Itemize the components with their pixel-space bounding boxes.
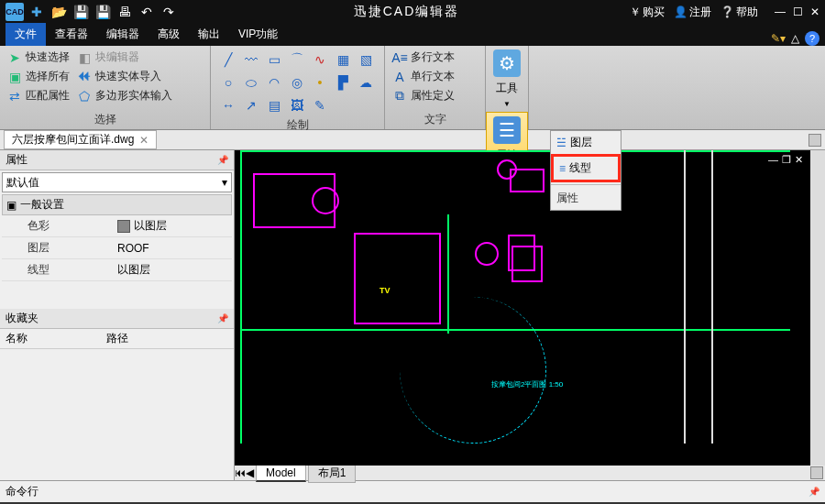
qat-undo-icon[interactable]: ↶	[138, 3, 156, 21]
commandline-label[interactable]: 命令行	[6, 484, 38, 499]
doctabs-menu[interactable]	[808, 134, 821, 147]
block-icon: ◧	[77, 50, 92, 65]
drawing-canvas[interactable]: — ❐ ✕ 按摩包间2平面图 1:50	[235, 150, 825, 466]
qat-redo-icon[interactable]: ↷	[160, 3, 178, 21]
ellipse-icon[interactable]: ⬭	[241, 72, 261, 93]
buy-link[interactable]: ￥购买	[630, 5, 665, 20]
tools-button[interactable]: ⚙ 工具▼	[486, 46, 528, 112]
tab-close-icon[interactable]: ✕	[139, 134, 148, 147]
poly-solid-input[interactable]: ⬠多边形实体输入	[77, 88, 172, 104]
coin-icon: ￥	[630, 5, 641, 20]
default-combo[interactable]: 默认值▾	[2, 172, 232, 192]
block-insert-icon[interactable]: ▛	[333, 72, 353, 93]
properties-dropdown: ☱图层 ≡线型 属性	[550, 130, 622, 211]
popup-linetype[interactable]: ≡线型	[551, 154, 621, 182]
import-solid[interactable]: ⯬快速实体导入	[77, 69, 172, 84]
mtext-icon: A≡	[392, 50, 407, 65]
attr-icon: ⧉	[392, 89, 407, 104]
ribbon-style-icon[interactable]: ✎▾	[771, 32, 786, 45]
mdi-restore-icon[interactable]: ❐	[782, 154, 791, 166]
tab-output[interactable]: 输出	[189, 23, 229, 46]
tab-file[interactable]: 文件	[6, 23, 46, 46]
tools-icon: ⚙	[493, 49, 521, 77]
point-icon[interactable]: •	[310, 72, 330, 93]
dim-icon[interactable]: ↔	[218, 95, 238, 115]
color-swatch	[117, 220, 130, 233]
text-icon: A	[392, 70, 407, 84]
tab-editor[interactable]: 编辑器	[97, 23, 148, 46]
favorites-title: 收藏夹	[6, 311, 38, 326]
hatch-icon[interactable]: ▦	[333, 49, 353, 70]
maximize-button[interactable]: ☐	[793, 5, 803, 18]
chevron-down-icon: ▾	[222, 176, 227, 189]
polygon-icon: ⬠	[77, 89, 92, 104]
multiline-text[interactable]: A≡多行文本	[392, 49, 455, 65]
match-icon: ⇄	[7, 89, 22, 104]
draw-tools-grid: ╱ 〰 ▭ ⌒ ∿ ▦ ▧ ○ ⬭ ◠ ◎ • ▛ ☁ ↔ ↗ ▤ 🖼 ✎	[218, 49, 376, 115]
sheet-layout1[interactable]: 布局1	[308, 464, 357, 483]
register-link[interactable]: 👤注册	[674, 5, 711, 20]
line-icon[interactable]: ╱	[218, 49, 238, 70]
cursor-icon: ➤	[7, 50, 22, 65]
ribbon-help-icon[interactable]: ?	[805, 31, 820, 46]
popup-layer[interactable]: ☱图层	[551, 131, 621, 154]
sheet-nav-first[interactable]: ⏮	[235, 466, 246, 479]
single-text[interactable]: A单行文本	[392, 69, 455, 84]
collapse-icon: ▣	[6, 199, 16, 212]
props-panel-title: 属性	[6, 152, 28, 168]
polyline-icon[interactable]: 〰	[241, 49, 261, 70]
sheet-model[interactable]: Model	[256, 465, 306, 482]
rect-icon[interactable]: ▭	[264, 49, 284, 70]
table-icon[interactable]: ▤	[264, 95, 284, 115]
prop-layer[interactable]: 图层ROOF	[2, 237, 232, 259]
sketch-icon[interactable]: ✎	[310, 95, 330, 115]
select-all[interactable]: ▣选择所有	[7, 69, 70, 84]
attr-def[interactable]: ⧉属性定义	[392, 88, 455, 104]
cloud-icon[interactable]: ☁	[356, 72, 376, 93]
close-button[interactable]: ✕	[810, 5, 820, 18]
prop-linetype[interactable]: 线型以图层	[2, 259, 232, 281]
group-draw-label: 绘制	[218, 115, 377, 133]
group-text-label: 文字	[392, 110, 478, 127]
ring-icon[interactable]: ◎	[287, 72, 307, 93]
qat-new-icon[interactable]: ✚	[28, 3, 46, 21]
user-icon: 👤	[674, 5, 688, 18]
pin-icon[interactable]: 📌	[808, 487, 820, 497]
popup-props[interactable]: 属性	[551, 184, 621, 210]
hscroll-menu[interactable]	[810, 466, 823, 479]
image-icon[interactable]: 🖼	[287, 95, 307, 115]
tab-advanced[interactable]: 高级	[148, 23, 189, 46]
qat-print-icon[interactable]: 🖶	[116, 3, 134, 21]
select-all-icon: ▣	[7, 70, 22, 84]
arc-icon[interactable]: ⌒	[287, 49, 307, 70]
block-editor[interactable]: ◧块编辑器	[77, 49, 172, 65]
document-tab[interactable]: 六层按摩包间立面详.dwg ✕	[4, 130, 157, 149]
qat-save-icon[interactable]: 💾	[72, 3, 90, 21]
spline-icon[interactable]: ∿	[310, 49, 330, 70]
prop-color[interactable]: 色彩以图层	[2, 215, 232, 237]
ellipse-arc-icon[interactable]: ◠	[264, 72, 284, 93]
tab-vip[interactable]: VIP功能	[229, 23, 287, 46]
qat-open-icon[interactable]: 📂	[50, 3, 68, 21]
linetype-icon: ≡	[559, 162, 566, 175]
region-icon[interactable]: ▧	[356, 49, 376, 70]
pin-icon[interactable]: 📌	[217, 313, 228, 323]
quick-select[interactable]: ➤快速选择	[7, 49, 70, 65]
sheet-nav-prev[interactable]: ◀	[246, 466, 254, 479]
help-icon: ❔	[720, 5, 734, 18]
help-link[interactable]: ❔帮助	[720, 5, 758, 20]
tab-viewer[interactable]: 查看器	[46, 23, 97, 46]
mdi-close-icon[interactable]: ✕	[795, 154, 803, 166]
leader-icon[interactable]: ↗	[241, 95, 261, 115]
pin-icon[interactable]: 📌	[217, 155, 228, 165]
ribbon-min-icon[interactable]: △	[791, 32, 799, 45]
circle-icon[interactable]: ○	[218, 72, 238, 93]
favorites-header: 名称路径	[0, 329, 234, 349]
vertical-scrollbar[interactable]	[810, 150, 825, 466]
group-select-label: 选择	[7, 110, 203, 127]
qat-saveall-icon[interactable]: 💾	[94, 3, 112, 21]
match-properties[interactable]: ⇄匹配属性	[7, 88, 70, 104]
mdi-min-icon[interactable]: —	[768, 154, 778, 166]
general-section[interactable]: ▣一般设置	[2, 194, 232, 215]
minimize-button[interactable]: —	[775, 5, 786, 18]
